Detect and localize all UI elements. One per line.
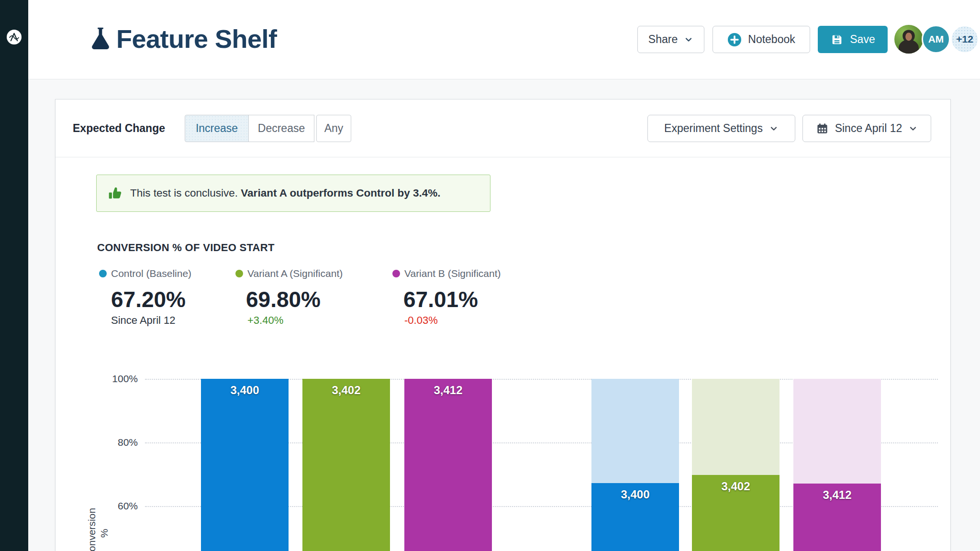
chart-bar-conversions-1[interactable]: 3,400 xyxy=(591,379,679,551)
page-title: Feature Shelf xyxy=(116,24,277,54)
bar-value-label: 3,412 xyxy=(793,488,881,502)
legend-label: Variant B (Significant) xyxy=(404,267,501,280)
chart-section-title: CONVERSION % OF VIDEO START xyxy=(97,242,275,254)
chevron-down-icon xyxy=(908,124,918,133)
metric-sub: -0.03% xyxy=(404,313,438,328)
user-avatar-initials[interactable]: AM xyxy=(922,25,950,54)
metric-sub: +3.40% xyxy=(247,313,283,328)
share-label: Share xyxy=(648,33,678,46)
date-range-label: Since April 12 xyxy=(835,122,902,135)
plus-circle-icon xyxy=(727,33,742,47)
chart-bar-conversions-3[interactable]: 3,412 xyxy=(793,379,881,551)
chart-bar-conversions-2[interactable]: 3,402 xyxy=(692,379,780,551)
notebook-label: Notebook xyxy=(748,33,795,46)
bar-value-label: 3,400 xyxy=(591,488,679,501)
banner-text: This test is conclusive. Variant A outpe… xyxy=(130,187,441,199)
conclusive-result-banner: This test is conclusive. Variant A outpe… xyxy=(96,175,490,212)
wave-a-logo-icon xyxy=(9,32,20,43)
save-button[interactable]: Save xyxy=(818,26,888,53)
bar-value-label: 3,400 xyxy=(201,384,289,397)
segment-decrease[interactable]: Decrease xyxy=(248,115,314,142)
calendar-icon xyxy=(816,122,829,135)
flask-icon xyxy=(87,25,114,54)
experiment-settings-label: Experiment Settings xyxy=(664,122,763,135)
thumbs-up-icon xyxy=(107,185,123,201)
date-range-button[interactable]: Since April 12 xyxy=(802,115,931,142)
avatar-overflow-count[interactable]: +12 xyxy=(950,25,979,54)
segment-any[interactable]: Any xyxy=(316,115,351,142)
legend-dot xyxy=(392,270,400,277)
metric-value: 67.20% xyxy=(111,286,186,313)
chevron-down-icon xyxy=(769,124,779,133)
chart-bar-video-start-totals-2[interactable]: 3,402 xyxy=(302,379,390,551)
segment-increase[interactable]: Increase xyxy=(185,115,249,142)
legend-label: Variant A (Significant) xyxy=(247,267,343,280)
chart-bar-video-start-totals-1[interactable]: 3,400 xyxy=(201,379,289,551)
amplitude-logo[interactable] xyxy=(7,30,22,44)
save-label: Save xyxy=(850,33,875,46)
share-button[interactable]: Share xyxy=(637,26,704,53)
legend-dot xyxy=(99,270,107,277)
bar-value-label: 3,402 xyxy=(302,384,390,397)
banner-text-bold: Variant A outperforms Control by 3.4%. xyxy=(241,187,440,199)
experiment-settings-button[interactable]: Experiment Settings xyxy=(647,115,795,142)
notebook-button[interactable]: Notebook xyxy=(713,26,810,53)
chevron-down-icon xyxy=(684,35,693,44)
page: { "sidebar": { "logo": "amplitude-wave-l… xyxy=(0,0,980,551)
bar-value-label: 3,402 xyxy=(692,480,780,493)
banner-text-regular: This test is conclusive. xyxy=(130,187,238,199)
user-avatar-photo[interactable] xyxy=(894,25,923,54)
chart-bar-video-start-totals-3[interactable]: 3,412 xyxy=(404,379,492,551)
expected-change-segmented-control: Increase Decrease Any xyxy=(185,115,351,142)
page-header: Feature Shelf Share Notebook Save AM +12 xyxy=(28,0,980,79)
person-portrait xyxy=(894,25,923,54)
filter-row-divider xyxy=(56,157,950,157)
metric-sub: Since April 12 xyxy=(111,313,176,328)
metric-value: 69.80% xyxy=(246,286,321,313)
legend-label: Control (Baseline) xyxy=(111,267,191,280)
save-icon xyxy=(830,33,844,46)
expected-change-label: Expected Change xyxy=(73,121,165,135)
bar-value-label: 3,412 xyxy=(404,384,492,397)
legend-dot xyxy=(235,270,243,277)
app-sidebar xyxy=(0,0,28,551)
metric-value: 67.01% xyxy=(403,286,478,313)
